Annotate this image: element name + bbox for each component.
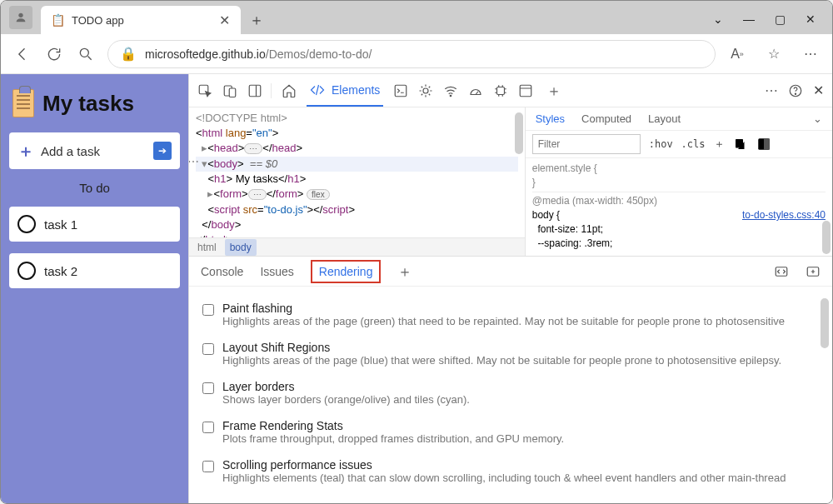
checkbox[interactable] xyxy=(202,343,214,355)
svg-rect-7 xyxy=(396,85,407,97)
task-label: task 1 xyxy=(44,217,77,232)
copy-changes-icon[interactable] xyxy=(733,137,748,152)
svg-rect-10 xyxy=(497,87,505,94)
back-button[interactable] xyxy=(12,44,32,64)
profile-avatar[interactable] xyxy=(9,6,32,29)
url-text: microsoftedge.github.io/Demos/demo-to-do… xyxy=(145,47,372,61)
address-bar[interactable]: 🔒 microsoftedge.github.io/Demos/demo-to-… xyxy=(107,40,716,68)
tab-styles[interactable]: Styles xyxy=(536,112,565,125)
task-checkbox[interactable] xyxy=(17,215,36,233)
search-icon[interactable] xyxy=(76,44,96,64)
tab-console[interactable]: Console xyxy=(201,265,243,278)
more-icon[interactable]: ⋯ xyxy=(801,44,821,64)
plus-icon: ＋ xyxy=(17,140,34,162)
device-toggle-icon[interactable] xyxy=(222,83,237,98)
devtools-drawer: Console Issues Rendering ＋ Paint flashin… xyxy=(189,256,832,504)
option-scroll-perf: Scrolling performance issuesHighlights e… xyxy=(202,452,819,491)
svg-point-8 xyxy=(423,88,428,93)
checkbox[interactable] xyxy=(202,304,214,316)
tab-elements[interactable]: Elements xyxy=(307,74,383,107)
section-heading: To do xyxy=(9,181,180,195)
inspect-icon[interactable] xyxy=(197,83,212,98)
application-icon[interactable] xyxy=(518,83,533,98)
checkbox[interactable] xyxy=(202,382,214,394)
rendering-options: Paint flashingHighlights areas of the pa… xyxy=(189,287,832,499)
styles-filter-input[interactable] xyxy=(532,134,641,154)
checkbox[interactable] xyxy=(202,422,214,433)
hov-toggle[interactable]: :hov xyxy=(649,138,673,150)
option-layout-shift: Layout Shift RegionsHighlights areas of … xyxy=(202,334,819,373)
network-icon[interactable] xyxy=(443,83,458,98)
dom-tree[interactable]: ⋯ <!DOCTYPE html> <html lang="en"> ▸<hea… xyxy=(189,107,525,256)
performance-icon[interactable] xyxy=(468,83,483,98)
tab-title: TODO app xyxy=(72,14,212,27)
chevron-down-icon[interactable]: ⌄ xyxy=(813,112,822,125)
styles-pane: Styles Computed Layout ⌄ :hov .cls ＋ ele… xyxy=(525,107,832,256)
todo-app: My tasks ＋ Add a task ➔ To do task 1 tas… xyxy=(1,74,188,504)
svg-point-14 xyxy=(795,93,796,94)
font-editor-icon[interactable] xyxy=(756,137,771,152)
devtools: Elements ＋ ⋯ ✕ ⋯ <!DOCTYPE html> <html l… xyxy=(188,74,832,504)
cls-toggle[interactable]: .cls xyxy=(681,138,706,150)
tab-computed[interactable]: Computed xyxy=(581,112,631,125)
svg-point-0 xyxy=(18,13,22,17)
maximize-button[interactable]: ▢ xyxy=(775,12,786,26)
submit-task-button[interactable]: ➔ xyxy=(153,142,172,160)
tab-layout[interactable]: Layout xyxy=(648,112,681,125)
new-rule-icon[interactable]: ＋ xyxy=(714,137,725,152)
chevron-down-icon[interactable]: ⌄ xyxy=(713,12,723,26)
close-window-button[interactable]: ✕ xyxy=(806,12,816,26)
more-icon[interactable]: ⋯ xyxy=(765,82,778,98)
memory-icon[interactable] xyxy=(493,83,508,98)
add-task-input[interactable]: ＋ Add a task ➔ xyxy=(9,132,180,169)
tab-rendering[interactable]: Rendering xyxy=(311,260,382,283)
scrollbar[interactable] xyxy=(822,221,831,254)
task-item[interactable]: task 2 xyxy=(9,253,180,288)
url-bar: 🔒 microsoftedge.github.io/Demos/demo-to-… xyxy=(1,34,832,74)
tab-issues[interactable]: Issues xyxy=(260,265,293,278)
devtools-toolbar: Elements ＋ ⋯ ✕ xyxy=(189,74,832,107)
task-checkbox[interactable] xyxy=(17,262,36,280)
tab-close-icon[interactable]: ✕ xyxy=(219,12,231,28)
svg-point-1 xyxy=(80,48,88,57)
css-rules[interactable]: element.style { } @media (max-width: 450… xyxy=(526,158,832,254)
browser-tab[interactable]: 📋 TODO app ✕ xyxy=(41,6,241,34)
welcome-icon[interactable] xyxy=(282,83,297,98)
collapse-drawer-icon[interactable] xyxy=(806,264,821,279)
lock-icon: 🔒 xyxy=(120,46,137,62)
console-icon[interactable] xyxy=(393,83,408,98)
favorite-icon[interactable]: ☆ xyxy=(764,44,784,64)
svg-rect-5 xyxy=(249,85,261,97)
option-paint-flashing: Paint flashingHighlights areas of the pa… xyxy=(202,295,819,334)
breadcrumb[interactable]: html body xyxy=(189,237,525,256)
dom-more-icon[interactable]: ⋯ xyxy=(189,154,200,169)
task-label: task 2 xyxy=(44,264,77,278)
help-icon[interactable] xyxy=(788,83,803,98)
expand-drawer-icon[interactable] xyxy=(774,264,789,279)
svg-rect-4 xyxy=(229,88,236,97)
option-layer-borders: Layer bordersShows layer borders (orange… xyxy=(202,373,819,412)
refresh-button[interactable] xyxy=(44,44,64,64)
close-devtools-button[interactable]: ✕ xyxy=(813,82,824,98)
task-item[interactable]: task 1 xyxy=(9,207,180,242)
read-aloud-icon[interactable]: A» xyxy=(727,44,747,64)
minimize-button[interactable]: ― xyxy=(743,12,755,26)
add-task-label: Add a task xyxy=(41,144,147,158)
app-title: My tasks xyxy=(42,91,134,117)
clipboard-icon xyxy=(12,89,34,117)
scrollbar[interactable] xyxy=(515,112,523,154)
page-icon: 📋 xyxy=(51,13,65,27)
code-icon xyxy=(310,82,325,97)
more-drawer-tabs[interactable]: ＋ xyxy=(397,262,412,282)
checkbox[interactable] xyxy=(202,461,214,472)
more-tabs-button[interactable]: ＋ xyxy=(546,81,561,101)
window-titlebar: 📋 TODO app ✕ ＋ ⌄ ― ▢ ✕ xyxy=(1,1,832,34)
option-frame-stats: Frame Rendering StatsPlots frame through… xyxy=(202,412,819,452)
svg-point-9 xyxy=(451,95,452,97)
svg-rect-11 xyxy=(521,85,532,97)
sources-icon[interactable] xyxy=(418,83,433,98)
scrollbar[interactable] xyxy=(821,298,829,348)
dock-side-icon[interactable] xyxy=(247,83,262,98)
source-link[interactable]: to-do-styles.css:40 xyxy=(742,208,826,222)
new-tab-button[interactable]: ＋ xyxy=(244,7,269,32)
